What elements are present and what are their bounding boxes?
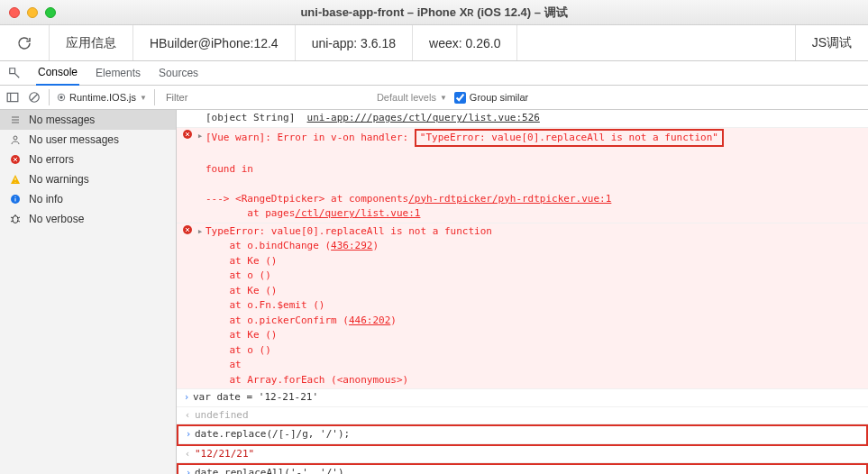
sidebar-item-warnings[interactable]: No warnings bbox=[0, 169, 176, 189]
expand-icon[interactable]: ▸ bbox=[195, 129, 206, 144]
svg-rect-0 bbox=[7, 93, 18, 101]
output-caret-icon: ‹ bbox=[180, 408, 195, 424]
source-link[interactable]: 446:202 bbox=[349, 314, 390, 326]
sidebar-item-errors[interactable]: No errors bbox=[0, 150, 176, 169]
window-title: uni-base-app-front – iPhone XR (iOS 12.4… bbox=[0, 5, 868, 21]
sidebar-toggle-icon[interactable] bbox=[5, 90, 20, 105]
log-row: ▸ TypeError: value[0].replaceAll is not … bbox=[177, 223, 868, 390]
reload-icon bbox=[16, 35, 32, 51]
devtools-tabs: Console Elements Sources bbox=[0, 61, 868, 86]
console-input-row: › date.replace(/[-]/g, '/'); bbox=[178, 426, 866, 444]
user-icon bbox=[9, 133, 22, 146]
log-row: [object String] uni-app:///pages/ctl/que… bbox=[177, 110, 868, 128]
context-label: Runtime.IOS.js bbox=[69, 92, 136, 103]
source-link[interactable]: /pyh-rdtpicker/pyh-rdtpicker.vue:1 bbox=[408, 193, 611, 205]
group-similar-input[interactable] bbox=[454, 92, 466, 104]
console-input-row: › date.replaceAll('-', '/') bbox=[178, 465, 866, 474]
jsdebug-tab[interactable]: JS调试 bbox=[795, 25, 868, 60]
sidebar-item-messages[interactable]: No messages bbox=[0, 110, 176, 130]
group-similar-checkbox[interactable]: Group similar bbox=[454, 92, 528, 104]
svg-line-3 bbox=[32, 95, 38, 101]
tab-console[interactable]: Console bbox=[36, 61, 79, 86]
svg-point-4 bbox=[59, 96, 62, 98]
weex-tab[interactable]: weex: 0.26.0 bbox=[413, 25, 517, 60]
sidebar-item-label: No verbose bbox=[29, 213, 84, 225]
input-caret-icon: › bbox=[180, 390, 193, 406]
hbuilder-tab[interactable]: HBuilder@iPhone:12.4 bbox=[133, 25, 296, 60]
inspect-icon[interactable] bbox=[7, 66, 22, 80]
svg-point-6 bbox=[14, 136, 17, 140]
console-output-row: ‹ "12/21/21" bbox=[177, 446, 868, 464]
reload-button[interactable] bbox=[0, 25, 50, 60]
message-sidebar: No messages No user messages No errors N… bbox=[0, 110, 177, 474]
tab-sources[interactable]: Sources bbox=[157, 61, 200, 86]
sidebar-item-label: No user messages bbox=[29, 133, 119, 146]
sidebar-item-user[interactable]: No user messages bbox=[0, 130, 176, 150]
source-link[interactable]: 436:292 bbox=[331, 240, 372, 251]
context-icon bbox=[57, 93, 66, 102]
filter-input[interactable] bbox=[162, 89, 370, 106]
titlebar: uni-base-app-front – iPhone XR (iOS 12.4… bbox=[0, 0, 868, 25]
expand-icon[interactable]: ▸ bbox=[195, 224, 206, 240]
chevron-down-icon: ▼ bbox=[140, 94, 147, 102]
log-row: ▸ [Vue warn]: Error in v-on handler: "Ty… bbox=[177, 128, 868, 223]
info-icon bbox=[9, 193, 22, 205]
app-info-tab[interactable]: 应用信息 bbox=[50, 25, 133, 60]
sidebar-item-label: No errors bbox=[29, 153, 74, 166]
warn-icon bbox=[9, 173, 22, 186]
error-icon bbox=[9, 153, 22, 166]
sidebar-item-label: No messages bbox=[29, 114, 95, 126]
clear-console-icon[interactable] bbox=[27, 90, 41, 105]
tab-elements[interactable]: Elements bbox=[94, 61, 142, 86]
console-subbar: Runtime.IOS.js ▼ Default levels ▼ Group … bbox=[0, 86, 868, 110]
output-caret-icon: ‹ bbox=[180, 447, 195, 462]
error-badge-icon bbox=[180, 224, 195, 241]
console-output-row: ‹ undefined bbox=[177, 407, 868, 425]
context-selector[interactable]: Runtime.IOS.js ▼ bbox=[57, 92, 147, 103]
sidebar-item-verbose[interactable]: No verbose bbox=[0, 209, 176, 229]
toolbar: 应用信息 HBuilder@iPhone:12.4 uni-app: 3.6.1… bbox=[0, 25, 868, 61]
source-link[interactable]: /ctl/query/list.vue:1 bbox=[295, 207, 420, 219]
console-input-row: › var date = '12-21-21' bbox=[177, 389, 868, 407]
sidebar-item-label: No warnings bbox=[29, 173, 89, 186]
input-caret-icon: › bbox=[182, 466, 195, 474]
source-link[interactable]: uni-app:///pages/ctl/query/list.vue:526 bbox=[307, 112, 540, 123]
sidebar-item-label: No info bbox=[29, 193, 63, 205]
sidebar-item-info[interactable]: No info bbox=[0, 189, 176, 209]
levels-dropdown[interactable]: Default levels ▼ bbox=[377, 92, 447, 103]
svg-point-9 bbox=[13, 216, 18, 223]
uniapp-tab[interactable]: uni-app: 3.6.18 bbox=[296, 25, 413, 60]
input-caret-icon: › bbox=[182, 427, 195, 442]
chevron-down-icon: ▼ bbox=[440, 94, 447, 102]
list-icon bbox=[9, 114, 22, 126]
bug-icon bbox=[9, 213, 22, 225]
console-output[interactable]: [object String] uni-app:///pages/ctl/que… bbox=[177, 110, 868, 474]
error-badge-icon bbox=[180, 129, 195, 145]
